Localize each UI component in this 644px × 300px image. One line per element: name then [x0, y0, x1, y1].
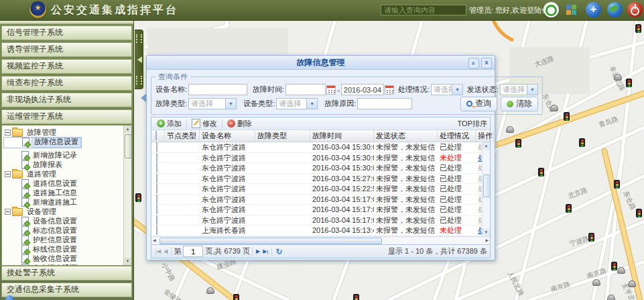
close-window-icon[interactable]: ×: [481, 58, 492, 68]
sidebar-item-3[interactable]: 缉查布控子系统: [1, 76, 132, 91]
collapse-minus-icon[interactable]: [5, 171, 11, 177]
collapse-window-icon[interactable]: »: [468, 58, 479, 68]
tree-scrollbar-thumb[interactable]: [125, 134, 132, 158]
clear-button[interactable]: 清除: [501, 97, 538, 111]
collapse-minus-icon[interactable]: [5, 130, 11, 136]
tree-node[interactable]: 新增故障记录: [3, 150, 123, 160]
traffic-light-icon[interactable]: [353, 294, 359, 300]
scroll-left-icon[interactable]: ◀: [153, 238, 156, 244]
traffic-light-icon[interactable]: [135, 193, 141, 202]
chevron-down-icon[interactable]: ▼: [527, 85, 537, 95]
row-checkbox[interactable]: [156, 153, 157, 162]
traffic-light-icon[interactable]: [611, 262, 617, 270]
table-row[interactable]: 东仓路宁波路2016-03-04 15:27:00未报警，未发短信已处理处理: [151, 174, 490, 185]
column-header-1[interactable]: 设备名称: [200, 130, 255, 142]
chevron-down-icon[interactable]: ▼: [225, 99, 236, 109]
fault-type-select[interactable]: 请选择▼: [188, 98, 237, 109]
tree-node[interactable]: 故障信息设置: [3, 137, 82, 148]
row-checkbox[interactable]: [156, 215, 157, 225]
sidebar-bottom-item-1[interactable]: 交通信息采集子系统: [1, 283, 132, 297]
scroll-right-icon[interactable]: ▶: [485, 238, 489, 244]
tree-node[interactable]: 护栏信息设置: [3, 235, 123, 244]
traffic-light-icon[interactable]: [538, 168, 544, 177]
row-checkbox[interactable]: [156, 174, 157, 183]
traffic-light-icon[interactable]: [564, 112, 570, 121]
delete-button[interactable]: −删除: [224, 119, 255, 129]
tree-node[interactable]: 验收信息设置: [3, 254, 123, 263]
sidebar-item-0[interactable]: 信号管理子系统: [1, 26, 132, 40]
traffic-light-icon[interactable]: [579, 138, 585, 147]
tree-scrollbar[interactable]: ▲ ▼: [123, 126, 131, 265]
table-row[interactable]: 东仓路宁波路2016-03-04 15:17:01未报警，未发短信已处理处理: [151, 215, 490, 226]
row-checkbox[interactable]: [156, 184, 157, 193]
camera-icon[interactable]: [628, 281, 636, 287]
top-sort-label[interactable]: TOP排序: [458, 119, 487, 129]
traffic-light-icon[interactable]: [635, 24, 641, 33]
chevron-down-icon[interactable]: ▼: [306, 99, 317, 109]
device-name-input[interactable]: [188, 84, 247, 95]
camera-icon[interactable]: [592, 279, 600, 286]
search-button[interactable]: 查询: [460, 97, 497, 111]
edit-button[interactable]: 修改: [189, 119, 220, 129]
camera-icon[interactable]: [206, 287, 214, 294]
fault-time-from-input[interactable]: [285, 84, 326, 95]
add-button[interactable]: +添加: [154, 119, 184, 129]
tree-node[interactable]: 设备管理: [3, 207, 123, 216]
page-number-input[interactable]: [183, 246, 203, 257]
column-header-3[interactable]: 故障时间: [310, 130, 374, 142]
header-search-input[interactable]: [381, 5, 466, 15]
table-row[interactable]: 东仓路宁波路2016-03-04 15:30:00未报警，未发短信已处理处理: [151, 142, 490, 153]
calendar-icon[interactable]: [385, 85, 394, 95]
table-row[interactable]: 东仓路宁波路2016-03-04 15:30:00未报警，未发短信未处理处理: [151, 153, 490, 164]
recycle-icon[interactable]: [543, 2, 559, 17]
traffic-light-icon[interactable]: [588, 233, 594, 242]
table-row[interactable]: 上海路长春路2016-03-04 15:13:45未报警，未发短信未处理处理: [151, 226, 490, 236]
collapse-minus-icon[interactable]: [5, 209, 11, 215]
tree-node[interactable]: 故障报表: [3, 160, 123, 169]
select-all-checkbox[interactable]: [155, 131, 157, 140]
vscrollbar-thumb[interactable]: [483, 174, 490, 197]
tree-node[interactable]: 设备信息设置: [3, 216, 123, 226]
column-header-0[interactable]: 节点类型: [165, 130, 200, 142]
prev-page-icon[interactable]: ◀: [162, 248, 169, 254]
tree-node[interactable]: 道路施工信息: [3, 188, 123, 197]
column-header-6[interactable]: 操作: [476, 130, 494, 142]
sidebar-item-1[interactable]: 诱导管理子系统: [1, 42, 132, 57]
column-header-5[interactable]: 处理情况: [438, 130, 476, 142]
table-row[interactable]: 东仓路宁波路2016-03-04 15:30:00未报警，未发短信已处理处理: [151, 163, 490, 174]
fault-time-to-input[interactable]: [341, 84, 384, 95]
row-checkbox[interactable]: [156, 226, 157, 235]
row-checkbox[interactable]: [156, 205, 157, 214]
table-row[interactable]: 东仓路宁波路2016-03-04 15:17:01未报警，未发短信已处理处理: [151, 205, 490, 215]
table-row[interactable]: 东仓路宁波路2016-03-04 15:17:01未报警，未发短信已处理处理: [151, 195, 490, 205]
sidebar-item-2[interactable]: 视频监控子系统: [1, 59, 132, 74]
column-header-4[interactable]: 发送状态: [374, 130, 438, 142]
tree-node[interactable]: 标线信息设置: [3, 244, 123, 254]
traffic-light-icon[interactable]: [614, 180, 620, 189]
globe-icon[interactable]: [607, 2, 623, 17]
mini-globe-icon[interactable]: [5, 295, 14, 300]
camera-icon[interactable]: [607, 295, 615, 300]
apps-grid-icon[interactable]: [566, 5, 577, 15]
traffic-light-icon[interactable]: [566, 204, 572, 213]
row-checkbox[interactable]: [156, 142, 157, 152]
power-icon[interactable]: [627, 2, 643, 17]
calendar-icon[interactable]: [326, 85, 336, 95]
next-page-icon[interactable]: ▶: [255, 248, 261, 254]
camera-icon[interactable]: [506, 126, 514, 133]
sidebar-item-4[interactable]: 非现场执法子系统: [1, 93, 132, 107]
table-row[interactable]: 东仓路宁波路2016-03-04 15:22:50未报警，未发短信已处理处理: [151, 184, 490, 195]
traffic-light-icon[interactable]: [515, 139, 521, 148]
scroll-down-icon[interactable]: ▼: [482, 229, 490, 236]
send-status-select[interactable]: 请选择▼: [500, 84, 538, 95]
scroll-up-icon[interactable]: ▲: [124, 126, 131, 133]
column-header-2[interactable]: 故障类型: [255, 130, 310, 142]
first-page-icon[interactable]: |◀: [154, 248, 162, 254]
tree-node[interactable]: 标志信息设置: [3, 226, 123, 235]
sidebar-bottom-item-0[interactable]: 接处警子系统: [1, 266, 132, 281]
row-checkbox[interactable]: [156, 163, 157, 172]
grid-hscrollbar[interactable]: ◀ ▶: [151, 236, 490, 244]
refresh-icon[interactable]: ↻: [274, 247, 283, 256]
camera-icon[interactable]: [550, 105, 558, 111]
tree-node[interactable]: 道路信息设置: [3, 179, 123, 188]
